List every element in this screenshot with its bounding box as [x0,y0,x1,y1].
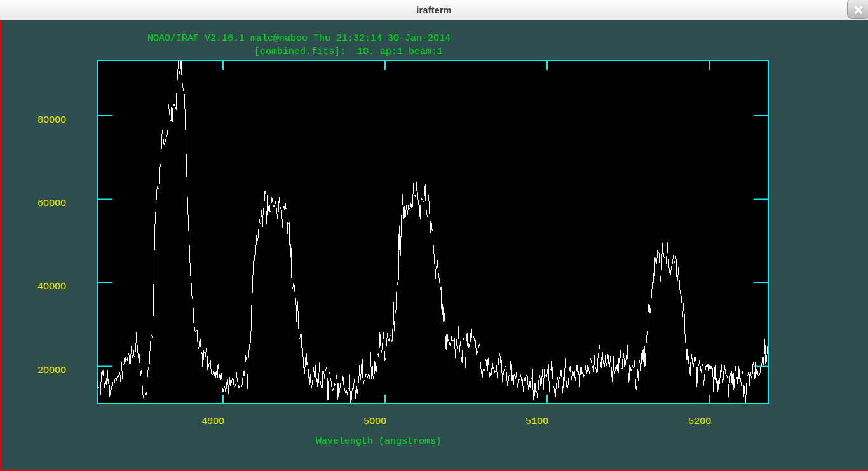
svg-text:6OOOO: 6OOOO [37,198,66,209]
svg-text:Wavelength (angstroms): Wavelength (angstroms) [316,436,442,447]
svg-text:[combined.fits]: 1O. ap:1 bea: [combined.fits]: 1O. ap:1 beam:1 [254,46,443,57]
svg-text:5OOO: 5OOO [363,416,386,427]
svg-text:49OO: 49OO [201,416,224,427]
svg-text:2OOOO: 2OOOO [37,365,66,376]
svg-text:52OO: 52OO [688,416,711,427]
svg-text:4OOOO: 4OOOO [37,282,66,292]
svg-text:8OOOO: 8OOOO [37,115,66,126]
svg-text:51OO: 51OO [526,416,548,427]
svg-text:NOAO/IRAF V2.16.1 malc@naboo T: NOAO/IRAF V2.16.1 malc@naboo Thu 21:32:1… [147,33,451,44]
